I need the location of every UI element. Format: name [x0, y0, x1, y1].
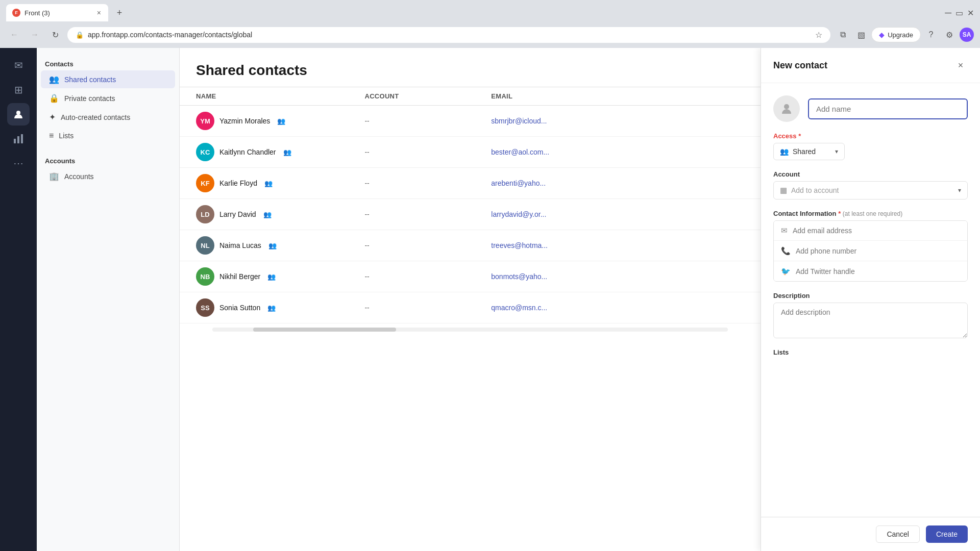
minimize-icon[interactable]: ─: [945, 8, 951, 18]
page-header: Shared contacts: [180, 48, 761, 87]
contact-name: Nikhil Berger: [219, 272, 260, 281]
shared-contacts-label: Shared contacts: [64, 76, 116, 84]
contact-name-cell: LD Larry David 👥: [196, 205, 364, 223]
phone-input[interactable]: [796, 247, 960, 255]
sidebar-item-private-contacts[interactable]: 🔒 Private contacts: [41, 89, 175, 107]
description-label: Description: [773, 292, 968, 299]
table-row[interactable]: SS Sonia Sutton 👥 -- qmacro@msn.c...: [180, 292, 761, 323]
twitter-input[interactable]: [796, 267, 960, 276]
account-cell: --: [364, 148, 491, 156]
account-chevron-icon: ▾: [958, 187, 961, 194]
contact-info-group: Contact Information * (at least one requ…: [773, 210, 968, 282]
contact-avatar: NL: [196, 236, 214, 255]
email-cell: treeves@hotma...: [491, 241, 659, 249]
table-row[interactable]: KC Kaitlynn Chandler 👥 -- bester@aol.com…: [180, 137, 761, 168]
auto-created-label: Auto-created contacts: [61, 113, 130, 121]
help-icon[interactable]: ?: [923, 27, 939, 43]
tab-close-button[interactable]: ×: [96, 8, 102, 18]
main-content: Shared contacts Name Account Email YM Ya…: [180, 48, 761, 551]
phone-field-row: 📞: [774, 241, 967, 261]
contact-name: Karlie Floyd: [219, 179, 257, 187]
contact-name: Larry David: [219, 210, 256, 218]
page-title: Shared contacts: [196, 62, 744, 79]
contact-avatar: SS: [196, 298, 214, 317]
new-contact-panel: New contact × Access * 👥 Shared: [761, 48, 980, 551]
tab-favicon: F: [12, 9, 20, 17]
email-cell: larrydavid@y.or...: [491, 210, 659, 218]
description-textarea[interactable]: [773, 303, 968, 338]
contact-avatar: KF: [196, 174, 214, 192]
calendar-toolbar-icon[interactable]: ⊞: [7, 79, 30, 101]
email-field-row: ✉: [774, 221, 967, 241]
back-button[interactable]: ←: [6, 27, 22, 43]
shared-badge-icon: 👥: [277, 117, 285, 125]
col-account: Account: [364, 92, 491, 100]
sidebar-toggle-icon[interactable]: ▧: [853, 27, 869, 43]
access-group: Access * 👥 Shared ▾: [773, 132, 968, 160]
account-group: Account ▦ Add to account ▾: [773, 170, 968, 199]
table-row[interactable]: NL Naima Lucas 👥 -- treeves@hotma...: [180, 230, 761, 261]
forward-button[interactable]: →: [27, 27, 43, 43]
table-row[interactable]: YM Yazmin Morales 👥 -- sbmrjbr@icloud...: [180, 106, 761, 137]
private-contacts-icon: 🔒: [49, 93, 59, 103]
private-contacts-label: Private contacts: [64, 94, 115, 103]
table-row[interactable]: NB Nikhil Berger 👥 -- bonmots@yaho...: [180, 261, 761, 292]
url-text: app.frontapp.com/contacts-manager/contac…: [88, 31, 811, 39]
email-input[interactable]: [793, 227, 960, 235]
account-cell: --: [364, 241, 491, 249]
account-cell: --: [364, 117, 491, 125]
contact-avatar: YM: [196, 112, 214, 130]
browser-nav-right: ⧉ ▧ ◆ Upgrade ? ⚙ SA: [835, 27, 974, 43]
settings-icon[interactable]: ⚙: [941, 27, 958, 43]
profile-avatar[interactable]: SA: [960, 28, 974, 42]
bookmark-icon[interactable]: ☆: [815, 30, 822, 40]
sidebar-item-accounts[interactable]: 🏢 Accounts: [41, 167, 175, 185]
upgrade-button[interactable]: ◆ Upgrade: [871, 27, 921, 42]
panel-title: New contact: [773, 60, 827, 71]
contacts-section-title: Contacts: [37, 56, 179, 70]
browser-tab[interactable]: F Front (3) ×: [6, 4, 108, 21]
sidebar-item-shared-contacts[interactable]: 👥 Shared contacts: [41, 70, 175, 88]
cancel-button[interactable]: Cancel: [876, 525, 920, 543]
contact-name-cell: NB Nikhil Berger 👥: [196, 267, 364, 286]
profile-initials: SA: [963, 31, 971, 38]
contacts-toolbar-icon[interactable]: [7, 103, 30, 126]
email-cell: bonmots@yaho...: [491, 272, 659, 281]
email-icon: ✉: [781, 226, 788, 235]
col-name: Name: [196, 92, 364, 100]
account-cell: --: [364, 304, 491, 312]
reload-button[interactable]: ↻: [47, 27, 63, 43]
table-row[interactable]: LD Larry David 👥 -- larrydavid@y.or...: [180, 199, 761, 230]
window-close-icon[interactable]: ✕: [967, 8, 974, 18]
new-tab-button[interactable]: +: [112, 6, 127, 20]
scrollbar-container: [180, 323, 761, 336]
contact-name: Naima Lucas: [219, 241, 261, 249]
contact-info-label: Contact Information * (at least one requ…: [773, 210, 968, 217]
analytics-toolbar-icon[interactable]: [7, 128, 30, 150]
inbox-toolbar-icon[interactable]: ✉: [7, 54, 30, 77]
panel-close-button[interactable]: ×: [953, 58, 968, 72]
panel-header: New contact ×: [761, 48, 980, 83]
maximize-icon[interactable]: ▭: [955, 8, 963, 18]
create-button[interactable]: Create: [926, 525, 968, 543]
sidebar-item-lists[interactable]: ≡ Lists: [41, 127, 175, 144]
browser-nav: ← → ↻ 🔒 app.frontapp.com/contacts-manage…: [0, 21, 980, 48]
svg-rect-3: [21, 134, 23, 143]
access-select[interactable]: 👥 Shared ▾: [773, 143, 845, 160]
panel-body: Access * 👥 Shared ▾ Account ▦ Add to acc…: [761, 83, 980, 517]
shared-badge-icon: 👥: [267, 304, 276, 312]
extensions-icon[interactable]: ⧉: [835, 27, 851, 43]
table-row[interactable]: KF Karlie Floyd 👥 -- arebenti@yaho...: [180, 168, 761, 199]
name-input[interactable]: [808, 98, 968, 119]
sidebar-item-auto-created-contacts[interactable]: ✦ Auto-created contacts: [41, 108, 175, 126]
svg-point-0: [16, 111, 20, 115]
account-select[interactable]: ▦ Add to account ▾: [773, 181, 968, 199]
more-toolbar-icon[interactable]: ⋯: [7, 152, 30, 174]
twitter-field-row: 🐦: [774, 262, 967, 281]
shared-people-icon: 👥: [780, 147, 789, 156]
access-value: Shared: [793, 147, 816, 156]
address-bar[interactable]: 🔒 app.frontapp.com/contacts-manager/cont…: [67, 27, 830, 43]
diamond-icon: ◆: [879, 31, 885, 39]
horizontal-scrollbar[interactable]: [212, 328, 728, 332]
access-chevron-icon: ▾: [835, 148, 838, 155]
